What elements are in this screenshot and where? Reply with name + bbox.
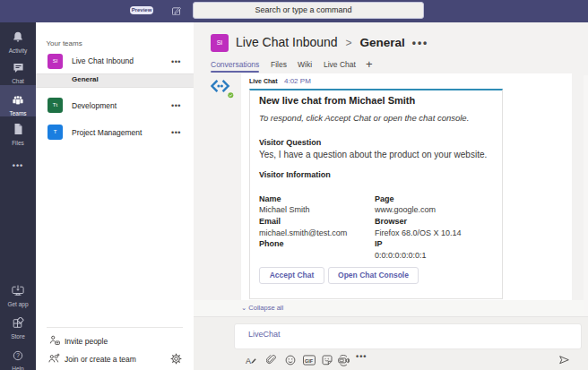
svg-text:GIF: GIF [305, 358, 314, 364]
svg-text:?: ? [16, 352, 20, 358]
svg-text:A: A [246, 357, 251, 366]
